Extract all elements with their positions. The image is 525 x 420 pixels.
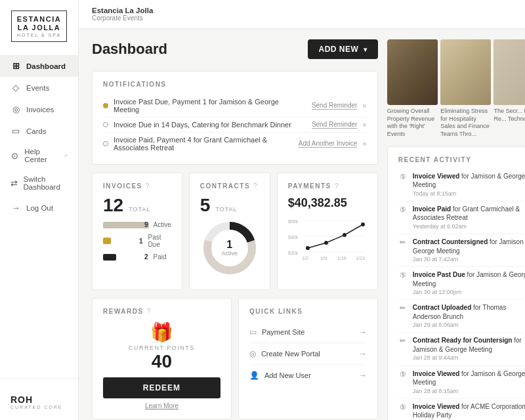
quick-link-create-portal[interactable]: ◎ Create New Portal →	[249, 343, 367, 365]
logo-area: ESTANCIA LA JOLLA HOTEL & SPA	[0, 10, 78, 55]
inv-bar-pastdue: 1 Past Due	[103, 234, 171, 248]
right-column: › Growing Overall Property Revenue with …	[387, 39, 525, 420]
logo-line3: HOTEL & SPA	[17, 33, 61, 37]
sidebar-nav: ⊞ Dashboard ◇ Events ◎ Invoices ▭ Cards …	[0, 55, 78, 378]
activity-text-2: Invoice Paid for Grant Carmichael & Asso…	[413, 205, 525, 222]
svg-text:1/23: 1/23	[356, 256, 365, 261]
active-label: Active	[154, 221, 171, 228]
invoice-icon-4: ⑤	[398, 370, 408, 395]
activity-text-6: Contract Ready for Countersign for Jamis…	[413, 336, 525, 354]
activity-item-4: ⑤ Invoice Past Due for Jamison & George …	[398, 267, 525, 300]
sidebar-item-events[interactable]: ◇ Events	[0, 77, 78, 98]
user-icon: 👤	[249, 371, 259, 380]
rewards-help-icon[interactable]: ?	[147, 308, 151, 315]
learn-more-link[interactable]: Learn More	[103, 402, 220, 410]
activity-text-5: Contract Uploaded for Thomas Anderson Br…	[413, 303, 525, 321]
pastdue-count: 1	[139, 238, 143, 245]
rewards-title: REWARDS	[103, 308, 144, 315]
svg-text:$60k: $60k	[288, 219, 299, 224]
sidebar-item-switch-dashboard[interactable]: ⇄ Switch Dashboard	[0, 169, 78, 197]
invoices-icon: ◎	[10, 104, 21, 114]
invoices-total-label: TOTAL	[129, 206, 150, 213]
logo: ESTANCIA LA JOLLA HOTEL & SPA	[11, 10, 67, 42]
notification-item-2: Invoice Due in 14 Days, Catering for Ben…	[103, 117, 367, 133]
left-column: Dashboard ADD NEW ▾ NOTIFICATIONS Invoic…	[92, 39, 378, 420]
contracts-help-icon[interactable]: ?	[253, 182, 257, 190]
sidebar-bottom: ROH CURATED CORE	[0, 378, 78, 420]
activity-item-6: ✏ Contract Ready for Countersign for Jam…	[398, 333, 525, 366]
payment-site-label: Payment Site	[262, 328, 304, 336]
payment-line-chart: $60k $40k $20k	[288, 215, 367, 261]
sidebar-item-help-center[interactable]: ⊙ Help Center ↗	[0, 142, 78, 169]
activity-time-5: Jan 29 at 8:06am	[413, 321, 525, 329]
active-count: 9	[144, 221, 148, 228]
quick-link-add-user[interactable]: 👤 Add New User →	[249, 365, 367, 386]
activity-item-8: ⑤ Invoice Viewed for ACME Corporation Ho…	[398, 399, 525, 420]
payments-label: PAYMENTS	[288, 182, 331, 190]
page-title: Dashboard	[92, 41, 167, 58]
activity-text-8: Invoice Viewed for ACME Corporation Holi…	[413, 402, 525, 420]
stats-row: INVOICES ? 12 TOTAL 9 Active	[92, 173, 378, 290]
photos-strip: ›	[387, 39, 525, 105]
payment-chart: $60k $40k $20k	[288, 215, 367, 263]
sidebar-label-dashboard: Dashboard	[26, 62, 66, 70]
roh-text: ROH	[10, 394, 68, 405]
inv-bar-active: 9 Active	[103, 221, 171, 228]
sidebar-label-invoices: Invoices	[26, 106, 54, 114]
svg-point-12	[361, 222, 365, 226]
photo-caption-1: Growing Overall Property Revenue with th…	[387, 108, 438, 138]
sidebar-item-invoices[interactable]: ◎ Invoices	[0, 98, 78, 120]
svg-text:$40k: $40k	[288, 235, 299, 240]
svg-text:1/16: 1/16	[337, 256, 346, 261]
activity-time-7: Jan 28 at 8:15am	[413, 387, 525, 395]
close-icon-1[interactable]: ×	[362, 102, 366, 110]
main-area: Estancia La Jolla Corporate Events Dashb…	[79, 0, 525, 420]
events-icon: ◇	[10, 83, 21, 93]
photos-container: › Growing Overall Property Revenue with …	[387, 39, 525, 138]
dashboard-header: Dashboard ADD NEW ▾	[92, 39, 378, 59]
notif-action-1[interactable]: Send Reminder	[312, 102, 357, 110]
svg-text:1/9: 1/9	[320, 256, 327, 261]
quick-links-card: QUICK LINKS ▭ Payment Site → ◎ Create Ne…	[238, 298, 378, 419]
contracts-total-label: TOTAL	[215, 206, 237, 213]
close-icon-3[interactable]: ×	[362, 140, 366, 148]
arrow-icon-2: →	[359, 349, 367, 358]
activity-text-7: Invoice Viewed for Jamison & George Meet…	[413, 369, 525, 387]
sidebar-item-cards[interactable]: ▭ Cards	[0, 120, 78, 142]
chevron-down-icon: ▾	[364, 46, 368, 53]
quick-link-payment-site[interactable]: ▭ Payment Site →	[249, 322, 367, 343]
create-portal-label: Create New Portal	[261, 350, 320, 358]
pastdue-label: Past Due	[148, 234, 171, 248]
redeem-button[interactable]: REDEEM	[103, 377, 220, 398]
payment-site-icon: ▭	[249, 327, 257, 337]
payments-card: PAYMENTS ? $40,382.85 $60k $40k $20k	[277, 173, 378, 290]
add-user-label: Add New User	[264, 371, 311, 379]
activity-text-3: Contract Countersigned for Jamison & Geo…	[413, 238, 525, 255]
donut-value: 1	[222, 239, 238, 251]
activity-time-3: Jan 30 at 7:42am	[413, 255, 525, 263]
sidebar-label-cards: Cards	[26, 127, 47, 135]
add-new-button[interactable]: ADD NEW ▾	[308, 39, 377, 59]
photo-bg-1	[387, 39, 438, 105]
activity-item-7: ⑤ Invoice Viewed for Jamison & George Me…	[398, 366, 525, 399]
cards-icon: ▭	[10, 126, 21, 136]
photo-caption-3: The Secr... Event Re... Technolo...	[494, 108, 525, 123]
notif-action-2[interactable]: Send Reminder	[312, 121, 357, 129]
photo-1	[387, 39, 438, 105]
payments-help-icon[interactable]: ?	[335, 182, 339, 190]
notif-action-3[interactable]: Add Another Invoice	[299, 140, 358, 148]
sidebar-item-log-out[interactable]: → Log Out	[0, 197, 78, 219]
sidebar-item-dashboard[interactable]: ⊞ Dashboard	[0, 55, 78, 77]
invoices-help-icon[interactable]: ?	[146, 182, 150, 190]
arrow-icon-3: →	[359, 371, 367, 380]
recent-activity-title: RECENT ACTIVITY	[398, 156, 525, 163]
photo-caption-2: Eliminating Stress for Hospitality Sales…	[440, 108, 491, 138]
notifications-title: NOTIFICATIONS	[103, 81, 367, 88]
contract-icon-3: ✏	[398, 337, 408, 362]
notification-item-3: Invoice Paid, Payment 4 for Grant Carmic…	[103, 133, 367, 155]
content-area: Dashboard ADD NEW ▾ NOTIFICATIONS Invoic…	[79, 29, 525, 420]
close-icon-2[interactable]: ×	[362, 121, 366, 129]
dashboard-icon: ⊞	[10, 61, 21, 71]
svg-text:1/2: 1/2	[302, 256, 308, 261]
recent-activity-card: RECENT ACTIVITY ⑤ Invoice Viewed for Jam…	[387, 146, 525, 420]
